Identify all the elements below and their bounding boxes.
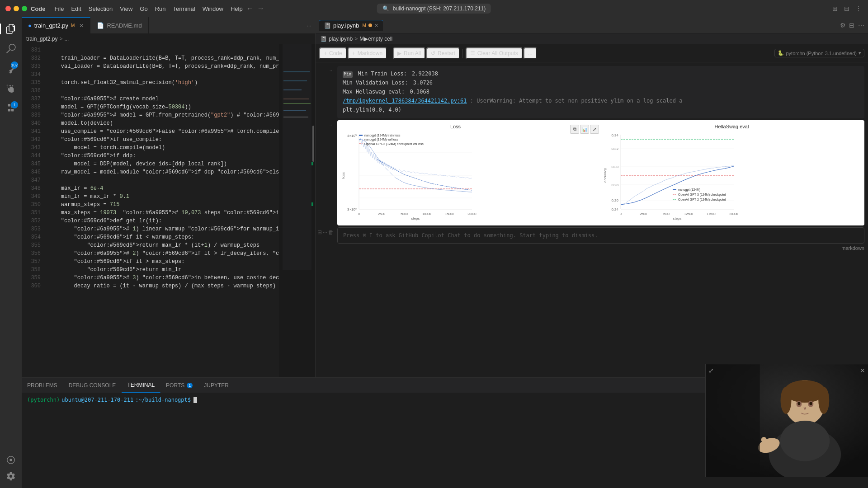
chart-cell-menu[interactable]: ··· (330, 122, 334, 127)
ssh-title: build-nanogpt (SSH: 207.211.170.211) (393, 5, 486, 12)
clear-outputs-button[interactable]: ☰ Clear All Outputs (466, 47, 523, 59)
svg-rect-7 (283, 103, 311, 104)
svg-text:0.30: 0.30 (611, 165, 618, 169)
warning-line: /tmp/ipykernel_1786384/364421142.py:61 :… (343, 97, 859, 105)
svg-text:3×10⁵: 3×10⁵ (347, 207, 357, 211)
chart-cell: ··· Loss (319, 120, 864, 225)
svg-rect-80 (706, 364, 760, 477)
ports-badge: 1 (187, 383, 193, 388)
activity-search[interactable] (3, 41, 19, 57)
activity-remote[interactable] (3, 452, 19, 468)
svg-rect-60 (673, 189, 676, 190)
titlebar-actions: ⊞ ⊟ ⋮ (831, 5, 863, 13)
copilot-input[interactable]: Press ⌘ I to ask GitHub Copilot Chat to … (337, 227, 864, 244)
cell-menu-icon[interactable]: ··· (330, 68, 334, 73)
tab-readme[interactable]: 📄 README.md (90, 17, 148, 33)
activity-settings[interactable] (3, 468, 19, 484)
panel-tab-problems[interactable]: PROBLEMS (22, 378, 63, 393)
svg-rect-8 (283, 110, 306, 111)
menu-window[interactable]: Window (203, 5, 223, 12)
nb-breadcrumb-sep: > (354, 36, 358, 42)
layout-icon[interactable]: ⊞ (831, 5, 839, 13)
window-controls[interactable] (5, 6, 27, 11)
copilot-cell: ✓ ⊟ ··· 🗑 Press ⌘ I to ask GitHub Copilo… (319, 227, 864, 253)
minimap[interactable] (279, 44, 315, 377)
activity-source-control[interactable]: 107 (3, 61, 19, 77)
chart-expand-btn[interactable]: ⤢ (590, 125, 599, 134)
maximize-button[interactable] (22, 6, 27, 11)
panel-tab-ports[interactable]: PORTS 1 (160, 378, 198, 393)
menu-code[interactable]: Code (31, 5, 46, 12)
svg-text:0.24: 0.24 (611, 207, 618, 211)
svg-text:15000: 15000 (445, 212, 454, 216)
menu-view[interactable]: View (120, 5, 132, 12)
svg-text:0: 0 (358, 212, 360, 216)
tab-close-icon[interactable]: ✕ (79, 23, 84, 29)
nb-breadcrumb-cell: M▶empty cell (359, 36, 392, 42)
plt-cmd-line: plt.ylim(0.0, 4.0) (343, 106, 859, 114)
notebook-toolbar: + Code + Markdown ▶ Run All (316, 44, 868, 62)
menu-selection[interactable]: Selection (89, 5, 113, 12)
menu-run[interactable]: Run (155, 5, 166, 12)
nav-back[interactable]: ← (246, 5, 254, 13)
menu-bar: File Edit Selection View Go Run Terminal… (55, 5, 243, 12)
svg-text:20000: 20000 (729, 212, 738, 216)
video-close-icon[interactable]: ✕ (860, 367, 865, 374)
more-actions-button[interactable]: ... (524, 47, 537, 59)
kernel-selector[interactable]: 🐍 pytorchn (Python 3.1.undefined) ▾ (774, 49, 864, 57)
notebook-split-icon[interactable]: ⊟ (849, 22, 854, 29)
activity-run-debug[interactable] (3, 80, 19, 97)
add-code-button[interactable]: + Code (319, 47, 347, 59)
split-icon[interactable]: ⋮ (854, 5, 863, 13)
cell-more-icon: ··· (323, 229, 327, 235)
activity-explorer[interactable] (3, 21, 19, 37)
breadcrumb-separator: > (59, 36, 62, 42)
tab-readme-label: README.md (107, 22, 142, 29)
panel-tab-jupyter[interactable]: JUPYTER (198, 378, 235, 393)
minimize-button[interactable] (14, 6, 19, 11)
svg-point-71 (818, 387, 829, 414)
toolbar-separator-2 (462, 49, 463, 58)
svg-text:0.28: 0.28 (611, 183, 618, 187)
panel-tab-debug[interactable]: DEBUG CONSOLE (63, 378, 122, 393)
notebook-settings-icon[interactable]: ⚙ (840, 22, 846, 29)
menu-terminal[interactable]: Terminal (173, 5, 195, 12)
chart-bar-btn[interactable]: 📊 (580, 125, 589, 134)
chart-copy-btn[interactable]: ⧉ (570, 125, 579, 134)
panel-icon[interactable]: ⊟ (843, 5, 851, 13)
activity-extensions[interactable]: 1 (3, 100, 19, 117)
notebook-tab-more[interactable]: ⚙ ⊟ ⋯ (840, 22, 864, 29)
warning-link[interactable]: /tmp/ipykernel_1786384/364421142.py:61 (343, 98, 467, 104)
notebook-tab-close[interactable]: ✕ (374, 23, 378, 28)
notebook-modified-marker: M (363, 23, 366, 28)
nav-forward[interactable]: → (257, 5, 264, 13)
nb-icon: 📓 (320, 36, 327, 42)
svg-rect-10 (312, 126, 314, 162)
plus-icon: + (324, 50, 327, 56)
restart-button[interactable]: ↺ Restart (426, 47, 460, 59)
extensions-badge: 1 (11, 101, 18, 108)
menu-help[interactable]: Help (231, 5, 243, 12)
copilot-gutter: ✓ ⊟ ··· 🗑 (319, 227, 337, 253)
loss-chart-wrapper: Loss (341, 124, 599, 222)
close-button[interactable] (5, 6, 11, 11)
video-expand-icon[interactable]: ⤢ (708, 367, 714, 374)
copilot-cell-body: Press ⌘ I to ask GitHub Copilot Chat to … (337, 227, 864, 253)
notebook-more-icon[interactable]: ⋯ (858, 22, 864, 29)
menu-edit[interactable]: Edit (71, 5, 81, 12)
svg-text:17500: 17500 (707, 212, 716, 216)
svg-text:nanogpt (124M): nanogpt (124M) (678, 188, 700, 192)
panel-tab-terminal[interactable]: TERMINAL (122, 378, 160, 393)
tab-train-gpt2[interactable]: ● train_gpt2.py M ✕ (22, 17, 90, 33)
tab-notebook[interactable]: 📓 play.ipynb M ✕ (319, 20, 383, 31)
left-pane-more[interactable]: ··· (307, 22, 311, 29)
search-bar[interactable]: 🔍 build-nanogpt (SSH: 207.211.170.211) (377, 4, 491, 14)
menu-go[interactable]: Go (140, 5, 147, 12)
menu-file[interactable]: File (55, 5, 64, 12)
hellaswag-line: Max Hellaswag eval: 0.3068 (343, 88, 859, 96)
nav-arrows: ← → (246, 5, 264, 13)
add-markdown-button[interactable]: + Markdown (348, 47, 387, 59)
tab-filename: train_gpt2.py (34, 22, 68, 29)
notebook-unsaved-dot (368, 23, 372, 27)
run-all-button[interactable]: ▶ Run All (393, 47, 425, 59)
